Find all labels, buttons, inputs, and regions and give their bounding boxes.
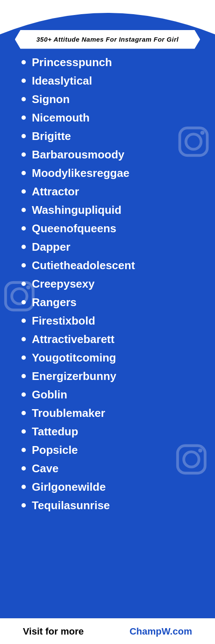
footer-site: ChampW.com (129, 626, 192, 637)
list-item: Goblin (22, 386, 202, 404)
list-item: Energizerbunny (22, 367, 202, 386)
name-text: Dapper (32, 240, 71, 254)
bullet-icon (22, 226, 26, 231)
list-item: Creepysexy (22, 275, 202, 293)
list-item: Ideaslytical (22, 72, 202, 90)
bullet-icon (22, 134, 26, 138)
name-text: Ideaslytical (32, 74, 92, 88)
name-text: Firestixbold (32, 314, 95, 328)
name-text: Energizerbunny (32, 370, 116, 383)
bullet-icon (22, 392, 26, 397)
bullet-icon (22, 466, 26, 471)
name-text: Rangers (32, 296, 77, 309)
list-item: Firestixbold (22, 312, 202, 330)
bullet-icon (22, 263, 26, 267)
list-item: Cave (22, 459, 202, 478)
bullet-icon (22, 152, 26, 157)
name-text: Brigitte (32, 130, 71, 143)
bullet-icon (22, 171, 26, 175)
name-text: Moodylikesreggae (32, 167, 129, 180)
bullet-icon (22, 208, 26, 212)
list-item: Rangers (22, 293, 202, 312)
bullet-icon (22, 79, 26, 83)
bullet-icon (22, 245, 26, 249)
name-text: Cutietheadolescent (32, 259, 135, 272)
name-text: Creepysexy (32, 277, 95, 291)
name-text: Washingupliquid (32, 204, 121, 217)
bullet-icon (22, 115, 26, 120)
name-text: Attractivebarett (32, 333, 114, 346)
name-text: Yougotitcoming (32, 351, 116, 365)
list-item: Queenofqueens (22, 219, 202, 238)
list-item: Yougotitcoming (22, 349, 202, 367)
name-text: Cave (32, 462, 58, 475)
list-item: Troublemaker (22, 404, 202, 422)
bullet-icon (22, 503, 26, 507)
list-item: Tequilasunrise (22, 496, 202, 515)
list-item: Princesspunch (22, 53, 202, 72)
name-text: Nicemouth (32, 111, 89, 125)
name-text: Princesspunch (32, 56, 112, 69)
list-item: Washingupliquid (22, 201, 202, 219)
list-item: Tattedup (22, 422, 202, 441)
list-item: Brigitte (22, 127, 202, 146)
name-text: Attractor (32, 185, 79, 198)
name-text: Girlgonewilde (32, 480, 106, 494)
name-text: Popsicle (32, 444, 78, 457)
top-arch-svg (0, 0, 215, 34)
bullet-icon (22, 60, 26, 64)
banner-title: 350+ Attitude Names For Instagram For Gi… (28, 36, 187, 43)
main-container: 350+ Attitude Names For Instagram For Gi… (0, 0, 215, 644)
name-text: Tequilasunrise (32, 499, 110, 512)
banner-ribbon: 350+ Attitude Names For Instagram For Gi… (15, 30, 200, 49)
ribbon-container: 350+ Attitude Names For Instagram For Gi… (0, 30, 215, 49)
name-text: Goblin (32, 388, 67, 401)
bullet-icon (22, 448, 26, 452)
list-item: Barbarousmoody (22, 146, 202, 164)
bullet-icon (22, 429, 26, 434)
name-text: Barbarousmoody (32, 148, 124, 161)
name-text: Signon (32, 93, 70, 106)
footer-visit-label: Visit for more (23, 626, 83, 637)
list-item: Cutietheadolescent (22, 256, 202, 275)
bullet-icon (22, 485, 26, 489)
bullet-icon (22, 319, 26, 323)
name-text: Troublemaker (32, 407, 105, 420)
footer: Visit for more ChampW.com (0, 618, 215, 644)
name-text: Queenofqueens (32, 222, 116, 235)
list-item: Popsicle (22, 441, 202, 459)
bullet-icon (22, 282, 26, 286)
list-item: Signon (22, 90, 202, 109)
list-item: Attractor (22, 182, 202, 201)
list-item: Attractivebarett (22, 330, 202, 349)
list-item: Nicemouth (22, 109, 202, 127)
names-list: PrincesspunchIdeaslyticalSignonNicemouth… (0, 49, 215, 519)
bullet-icon (22, 189, 26, 194)
list-item: Dapper (22, 238, 202, 256)
bullet-icon (22, 374, 26, 378)
name-text: Tattedup (32, 425, 78, 438)
bullet-icon (22, 411, 26, 415)
bullet-icon (22, 300, 26, 304)
bullet-icon (22, 97, 26, 101)
blue-section: 350+ Attitude Names For Instagram For Gi… (0, 0, 215, 618)
list-item: Moodylikesreggae (22, 164, 202, 182)
bullet-icon (22, 337, 26, 341)
bullet-icon (22, 355, 26, 360)
list-item: Girlgonewilde (22, 478, 202, 496)
